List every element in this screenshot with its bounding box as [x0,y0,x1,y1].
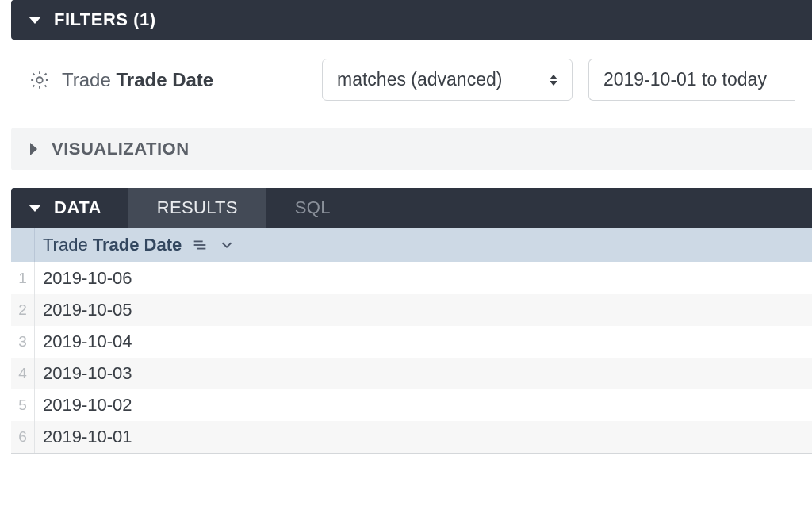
data-title: DATA [54,197,102,218]
filter-operator-value: matches (advanced) [337,69,502,90]
cell-trade-date: 2019-10-02 [35,389,812,421]
data-tabs-bar: DATA RESULTS SQL [11,188,812,228]
row-number: 3 [11,326,35,358]
row-number: 1 [11,262,35,294]
results-table: Trade Trade Date 12019-10-0622019-10-053… [11,228,812,454]
table-row[interactable]: 62019-10-01 [11,421,812,453]
filters-header[interactable]: FILTERS (1) [11,0,812,40]
tab-results[interactable]: RESULTS [128,188,266,228]
cell-trade-date: 2019-10-01 [35,421,812,453]
cell-trade-date: 2019-10-06 [35,262,812,294]
row-number: 2 [11,294,35,326]
visualization-title: VISUALIZATION [52,139,190,159]
filter-value-input[interactable]: 2019-10-01 to today [588,59,795,101]
column-menu-chevron-icon[interactable] [218,236,236,254]
cell-trade-date: 2019-10-03 [35,358,812,389]
table-header-row: Trade Trade Date [11,228,812,262]
filter-operator-select[interactable]: matches (advanced) [322,59,573,101]
filters-title: FILTERS (1) [54,10,156,30]
select-updown-icon [550,75,557,86]
filter-field-label[interactable]: Trade Trade Date [29,69,306,91]
table-row[interactable]: 52019-10-02 [11,389,812,421]
gear-icon[interactable] [29,69,51,91]
row-number: 6 [11,421,35,453]
cell-trade-date: 2019-10-04 [35,326,812,358]
table-row[interactable]: 32019-10-04 [11,326,812,358]
svg-point-0 [36,77,42,82]
chevron-right-icon [30,143,37,155]
data-header[interactable]: DATA [11,188,128,228]
table-row[interactable]: 12019-10-06 [11,262,812,294]
tab-sql[interactable]: SQL [266,188,359,228]
pivot-icon[interactable] [191,236,209,254]
filter-field-name: Trade Date [116,69,213,90]
filter-field-prefix: Trade [62,69,111,90]
column-name: Trade Date [93,235,182,255]
chevron-down-icon [29,17,41,24]
column-header-trade-date[interactable]: Trade Trade Date [35,228,812,262]
row-number-header [11,228,35,262]
column-prefix: Trade [43,235,88,255]
table-row[interactable]: 42019-10-03 [11,358,812,389]
filter-row: Trade Trade Date matches (advanced) 2019… [11,40,812,128]
cell-trade-date: 2019-10-05 [35,294,812,326]
visualization-header[interactable]: VISUALIZATION [11,128,812,170]
row-number: 4 [11,358,35,389]
row-number: 5 [11,389,35,421]
table-row[interactable]: 22019-10-05 [11,294,812,326]
filter-value-text: 2019-10-01 to today [603,69,767,90]
chevron-down-icon [29,205,41,212]
